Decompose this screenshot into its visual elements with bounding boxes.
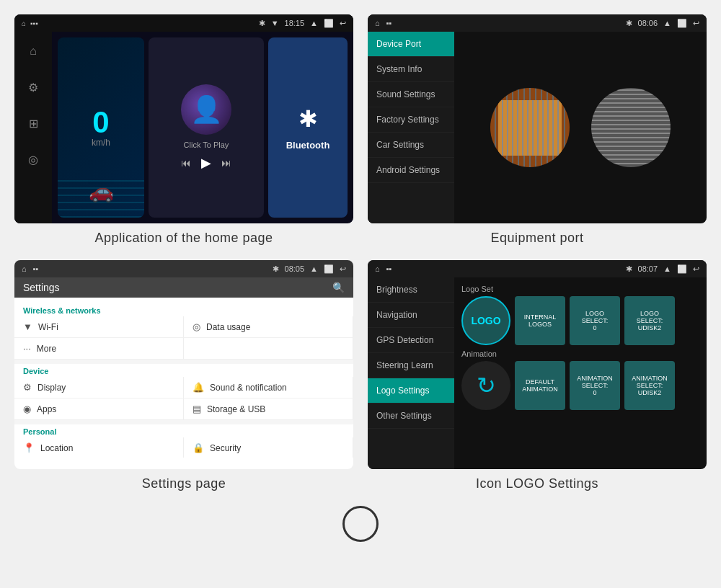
wifi-row[interactable]: ▼ Wi-Fi: [14, 316, 184, 338]
port-image-2: [591, 88, 671, 167]
wifi-icon: ▼: [271, 19, 279, 27]
storage-row[interactable]: ▤ Storage & USB: [184, 398, 353, 420]
port-image-1: [490, 88, 570, 167]
back-icon: ↩: [340, 19, 346, 28]
back2-icon: ↩: [693, 19, 699, 28]
menu-item-system-info[interactable]: System Info: [368, 57, 454, 82]
anim-select-udisk-tile[interactable]: ANIMATIONSELECT:UDISK2: [624, 361, 675, 410]
home-sidebar: ⌂ ⚙ ⊞ ◎: [14, 32, 52, 223]
menu-item-device-port[interactable]: Device Port: [368, 32, 454, 57]
device-section-title: Device: [14, 364, 353, 377]
apps-grid-icon[interactable]: ⊞: [22, 112, 44, 134]
screen4-caption: Icon LOGO Settings: [476, 476, 598, 491]
expand3-icon: ▲: [310, 264, 318, 273]
default-anim-tile[interactable]: DEFAULTANIMATION: [515, 361, 565, 410]
menu-item-other-settings[interactable]: Other Settings: [368, 404, 454, 429]
sound-label: Sound & notification: [210, 383, 287, 393]
main-grid: ⌂ ▪▪▪ ✱ ▼ 18:15 ▲ ⬜ ↩ ⌂ ⚙ ⊞: [14, 14, 707, 491]
logo-internal-label: INTERNAL LOGOS: [518, 313, 562, 328]
security-icon: 🔒: [193, 442, 204, 453]
eq-menu: Device Port System Info Sound Settings F…: [368, 32, 454, 223]
logo-internal-tile[interactable]: INTERNAL LOGOS: [515, 296, 565, 345]
next-button[interactable]: ⏭: [221, 157, 231, 169]
anim-select-udisk-label: ANIMATIONSELECT:UDISK2: [632, 375, 667, 396]
menu-item-logo-settings[interactable]: Logo Settings: [368, 378, 454, 404]
logo-select-0-tile[interactable]: LOGO SELECT:0: [570, 296, 620, 345]
prev-button[interactable]: ⏮: [181, 157, 191, 169]
time3-display: 08:05: [285, 264, 305, 273]
settings-title: Settings: [23, 282, 60, 293]
speedometer: 0 km/h 🚗: [58, 37, 144, 218]
logo-menu: Brightness Navigation GPS Detection Stee…: [368, 277, 454, 469]
logo-status-left: ⌂ ▪▪: [375, 264, 392, 273]
media-avatar: 👤: [181, 84, 231, 135]
menu-item-sound-settings[interactable]: Sound Settings: [368, 82, 454, 107]
display-label: Display: [37, 383, 66, 393]
menu-item-factory-settings[interactable]: Factory Settings: [368, 107, 454, 133]
home-button-circle[interactable]: [342, 506, 379, 542]
wifi-row-icon: ▼: [23, 321, 32, 332]
anim-main-tile[interactable]: ↻: [461, 361, 510, 410]
more-label: More: [37, 344, 56, 354]
bt3-icon: ✱: [273, 264, 279, 274]
menu-item-steering-learn[interactable]: Steering Learn: [368, 353, 454, 378]
screen3-block: ⌂ ▪▪ ✱ 08:05 ▲ ⬜ ↩ Settings 🔍 Wireless &…: [14, 260, 353, 491]
settings-gear-icon[interactable]: ⚙: [22, 76, 44, 98]
menu-item-gps-detection[interactable]: GPS Detection: [368, 328, 454, 353]
logo-select-udisk-label: LOGO SELECT:UDISK2: [627, 310, 672, 331]
expand2-icon: ▲: [663, 19, 671, 27]
wireless-section-title: Wireless & networks: [14, 303, 353, 316]
settings-header: Settings 🔍: [14, 277, 353, 298]
apps-row[interactable]: ◉ Apps: [14, 398, 184, 420]
time4-display: 08:07: [638, 264, 658, 273]
logo-main: Logo Set LOGO INTERNAL LOGOS LOGO SELECT…: [454, 277, 707, 469]
data-usage-label: Data usage: [206, 322, 250, 332]
empty-row: [184, 338, 353, 360]
settings-screen: ⌂ ▪▪ ✱ 08:05 ▲ ⬜ ↩ Settings 🔍 Wireless &…: [14, 260, 353, 469]
status-bar-1: ⌂ ▪▪▪ ✱ ▼ 18:15 ▲ ⬜ ↩: [14, 14, 353, 32]
time-display: 18:15: [285, 19, 305, 27]
logo-select-udisk-tile[interactable]: LOGO SELECT:UDISK2: [624, 296, 675, 345]
menu-item-brightness[interactable]: Brightness: [368, 277, 454, 303]
window-icon: ⬜: [324, 19, 334, 28]
logo-status-right: ✱ 08:07 ▲ ⬜ ↩: [626, 264, 699, 274]
connector-visual-1: [490, 88, 570, 167]
search-icon[interactable]: 🔍: [332, 282, 345, 293]
location-label: Location: [40, 443, 73, 453]
location-icon: 📍: [23, 442, 35, 453]
home-screen: ⌂ ▪▪▪ ✱ ▼ 18:15 ▲ ⬜ ↩ ⌂ ⚙ ⊞: [14, 14, 353, 223]
bluetooth-panel[interactable]: ✱ Bluetooth: [268, 37, 348, 218]
menu-item-car-settings[interactable]: Car Settings: [368, 133, 454, 158]
data-usage-row[interactable]: ◎ Data usage: [184, 316, 353, 338]
logo-circle-icon[interactable]: ◎: [22, 148, 44, 170]
logo-set-label: Logo Set: [461, 285, 699, 293]
more-row[interactable]: ··· More: [14, 338, 184, 360]
display-row[interactable]: ⚙ Display: [14, 377, 184, 398]
more-icon: ···: [23, 343, 31, 354]
logo-content: Brightness Navigation GPS Detection Stee…: [368, 277, 707, 469]
status2-left: ⌂ ▪▪: [375, 19, 392, 27]
apps-icon: ◉: [23, 404, 31, 414]
signal3-icon: ▪▪: [33, 264, 39, 273]
storage-label: Storage & USB: [207, 404, 265, 414]
menu-item-android-settings[interactable]: Android Settings: [368, 158, 454, 183]
screen1-caption: Application of the home page: [94, 231, 273, 246]
security-label: Security: [210, 443, 241, 453]
security-row[interactable]: 🔒 Security: [184, 437, 353, 458]
logo-main-tile[interactable]: LOGO: [461, 296, 510, 345]
window4-icon: ⬜: [677, 264, 687, 274]
back4-icon: ↩: [693, 264, 699, 274]
wifi-label: Wi-Fi: [38, 322, 58, 332]
anim-select-0-tile[interactable]: ANIMATIONSELECT:0: [570, 361, 620, 410]
play-button[interactable]: ▶: [201, 155, 211, 171]
screen2-block: ⌂ ▪▪ ✱ 08:06 ▲ ⬜ ↩ Device Port System In…: [368, 14, 707, 246]
status-left: ⌂ ▪▪▪: [22, 19, 38, 27]
sound-row[interactable]: 🔔 Sound & notification: [184, 377, 353, 398]
menu-item-navigation[interactable]: Navigation: [368, 303, 454, 328]
bluetooth-label: Bluetooth: [286, 140, 330, 151]
cloud-icon[interactable]: ⌂: [22, 40, 44, 62]
logo-status-bar: ⌂ ▪▪ ✱ 08:07 ▲ ⬜ ↩: [368, 260, 707, 277]
location-row[interactable]: 📍 Location: [14, 437, 184, 458]
speed-value: 0: [92, 107, 109, 138]
home-content: ⌂ ⚙ ⊞ ◎ 0 km/h 🚗: [14, 32, 353, 223]
